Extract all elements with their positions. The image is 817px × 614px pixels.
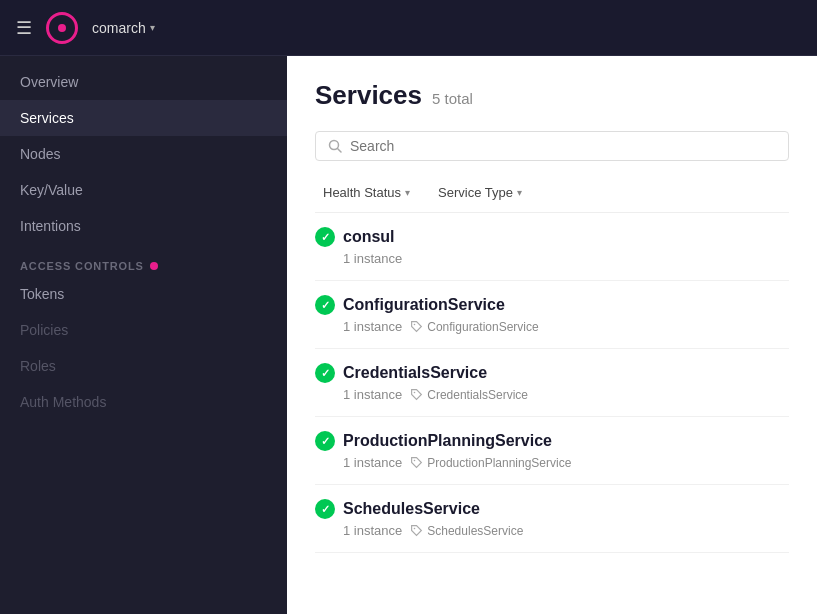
health-status-filter[interactable]: Health Status ▾	[315, 181, 418, 204]
tag-icon	[410, 320, 423, 333]
page-title: Services	[315, 80, 422, 111]
health-ok-icon	[315, 295, 335, 315]
page-header: Services 5 total	[315, 80, 789, 111]
health-ok-icon	[315, 431, 335, 451]
svg-point-2	[414, 324, 416, 326]
sidebar-item-label: Tokens	[20, 286, 64, 302]
instance-count: 1 instance	[343, 319, 402, 334]
tag-icon	[410, 524, 423, 537]
sidebar-item-services[interactable]: Services	[0, 100, 287, 136]
chevron-down-icon: ▾	[405, 187, 410, 198]
access-controls-status-dot	[150, 262, 158, 270]
sidebar-item-auth-methods: Auth Methods	[0, 384, 287, 420]
logo-icon	[44, 10, 80, 46]
sidebar-item-label: Intentions	[20, 218, 81, 234]
sidebar-item-label: Roles	[20, 358, 56, 374]
sidebar-item-label: Services	[20, 110, 74, 126]
sidebar-item-policies: Policies	[0, 312, 287, 348]
chevron-down-icon: ▾	[517, 187, 522, 198]
service-tag: ProductionPlanningService	[410, 456, 571, 470]
service-meta: 1 instance ProductionPlanningService	[315, 455, 789, 470]
service-row[interactable]: CredentialsService 1 instance Credential…	[315, 349, 789, 417]
svg-line-1	[338, 149, 342, 153]
instance-count: 1 instance	[343, 387, 402, 402]
service-tag: ConfigurationService	[410, 320, 538, 334]
tag-icon	[410, 456, 423, 469]
service-name-row: consul	[315, 227, 789, 247]
service-tag: CredentialsService	[410, 388, 528, 402]
hamburger-icon[interactable]: ☰	[16, 17, 32, 39]
service-meta: 1 instance ConfigurationService	[315, 319, 789, 334]
workspace-selector[interactable]: comarch ▾	[92, 20, 155, 36]
top-navigation: ☰ comarch ▾	[0, 0, 817, 56]
service-name-row: ConfigurationService	[315, 295, 789, 315]
sidebar-item-label: Key/Value	[20, 182, 83, 198]
health-ok-icon	[315, 363, 335, 383]
service-tag: SchedulesService	[410, 524, 523, 538]
sidebar-item-overview[interactable]: Overview	[0, 64, 287, 100]
service-name-row: SchedulesService	[315, 499, 789, 519]
instance-count: 1 instance	[343, 455, 402, 470]
sidebar-item-label: Nodes	[20, 146, 60, 162]
sidebar-item-label: Overview	[20, 74, 78, 90]
service-type-filter[interactable]: Service Type ▾	[430, 181, 530, 204]
service-meta: 1 instance SchedulesService	[315, 523, 789, 538]
service-row[interactable]: SchedulesService 1 instance SchedulesSer…	[315, 485, 789, 553]
service-meta: 1 instance CredentialsService	[315, 387, 789, 402]
sidebar-item-nodes[interactable]: Nodes	[0, 136, 287, 172]
service-name: SchedulesService	[343, 500, 480, 518]
service-name: consul	[343, 228, 395, 246]
service-name: CredentialsService	[343, 364, 487, 382]
service-list: consul 1 instance ConfigurationService 1…	[315, 213, 789, 553]
filter-bar: Health Status ▾ Service Type ▾	[315, 173, 789, 213]
service-name-row: ProductionPlanningService	[315, 431, 789, 451]
search-icon	[328, 139, 342, 153]
sidebar-item-key-value[interactable]: Key/Value	[0, 172, 287, 208]
service-meta: 1 instance	[315, 251, 789, 266]
health-ok-icon	[315, 499, 335, 519]
workspace-name: comarch	[92, 20, 146, 36]
service-name: ProductionPlanningService	[343, 432, 552, 450]
instance-count: 1 instance	[343, 523, 402, 538]
service-row[interactable]: consul 1 instance	[315, 213, 789, 281]
service-row[interactable]: ConfigurationService 1 instance Configur…	[315, 281, 789, 349]
sidebar-item-label: Auth Methods	[20, 394, 106, 410]
instance-count: 1 instance	[343, 251, 402, 266]
sidebar-item-tokens[interactable]: Tokens	[0, 276, 287, 312]
content-area: Services 5 total Health Status ▾ Service…	[287, 56, 817, 614]
health-ok-icon	[315, 227, 335, 247]
sidebar-item-label: Policies	[20, 322, 68, 338]
tag-icon	[410, 388, 423, 401]
svg-point-4	[414, 460, 416, 462]
service-name: ConfigurationService	[343, 296, 505, 314]
search-bar	[315, 131, 789, 161]
service-row[interactable]: ProductionPlanningService 1 instance Pro…	[315, 417, 789, 485]
svg-point-5	[414, 528, 416, 530]
sidebar: Overview Services Nodes Key/Value Intent…	[0, 56, 287, 614]
svg-point-3	[414, 392, 416, 394]
service-name-row: CredentialsService	[315, 363, 789, 383]
access-controls-label: ACCESS CONTROLS	[0, 244, 287, 276]
sidebar-item-roles: Roles	[0, 348, 287, 384]
sidebar-item-intentions[interactable]: Intentions	[0, 208, 287, 244]
page-count: 5 total	[432, 90, 473, 107]
main-layout: Overview Services Nodes Key/Value Intent…	[0, 56, 817, 614]
chevron-down-icon: ▾	[150, 22, 155, 33]
search-input[interactable]	[350, 138, 776, 154]
